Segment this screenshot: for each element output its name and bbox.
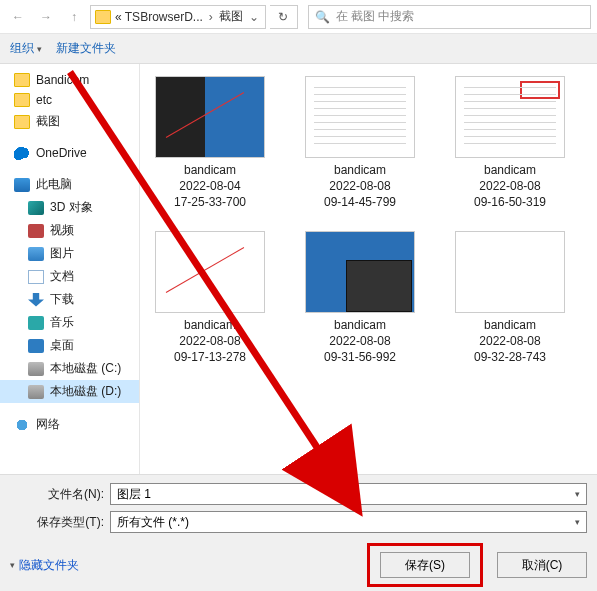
nav-forward-button: → [34,5,58,29]
sidebar-item-label: 3D 对象 [50,199,93,216]
filename-label: 文件名(N): [10,486,104,503]
sidebar: Bandicametc截图 OneDrive 此电脑 3D 对象视频图片文档下载… [0,64,140,474]
dl-icon [28,293,44,307]
sidebar-item-label: 此电脑 [36,176,72,193]
filetype-label: 保存类型(T): [10,514,104,531]
obj3d-icon [28,201,44,215]
thumbnail [155,76,265,158]
folder-icon [14,115,30,129]
sidebar-item[interactable]: 下载 [0,288,139,311]
file-name: bandicam2022-08-0809-32-28-743 [474,317,546,366]
filename-value: 图层 1 [117,486,151,503]
address-bar: ← → ↑ « TSBrowserD... › 截图 ⌄ ↻ 🔍 在 截图 中搜… [0,0,597,34]
sidebar-item-label: 视频 [50,222,74,239]
save-button-highlight: 保存(S) [367,543,483,587]
new-folder-button[interactable]: 新建文件夹 [56,40,116,57]
file-item[interactable]: bandicam2022-08-0809-31-56-992 [300,231,420,366]
sidebar-item-label: etc [36,93,52,107]
thumbnail [305,76,415,158]
disk-icon [28,362,44,376]
chevron-down-icon[interactable]: ▾ [575,489,580,499]
filetype-value: 所有文件 (*.*) [117,514,189,531]
sidebar-item-label: 文档 [50,268,74,285]
sidebar-item[interactable]: 音乐 [0,311,139,334]
file-name: bandicam2022-08-0809-17-13-278 [174,317,246,366]
sidebar-item-label: OneDrive [36,146,87,160]
sidebar-item-label: 网络 [36,416,60,433]
thumbnail [155,231,265,313]
sidebar-item[interactable]: Bandicam [0,70,139,90]
thumbnail [455,76,565,158]
video-icon [28,224,44,238]
file-name: bandicam2022-08-0809-31-56-992 [324,317,396,366]
sidebar-item-label: 本地磁盘 (D:) [50,383,121,400]
sidebar-item-label: 桌面 [50,337,74,354]
file-item[interactable]: bandicam2022-08-0809-17-13-278 [150,231,270,366]
nav-back-button[interactable]: ← [6,5,30,29]
refresh-button[interactable]: ↻ [270,5,298,29]
thumbnail [455,231,565,313]
sidebar-item-label: 截图 [36,113,60,130]
breadcrumb-part[interactable]: 截图 [219,8,243,25]
sidebar-item-label: 本地磁盘 (C:) [50,360,121,377]
chevron-down-icon[interactable]: ▾ [575,517,580,527]
cancel-button[interactable]: 取消(C) [497,552,587,578]
toolbar: 组织 新建文件夹 [0,34,597,64]
breadcrumb[interactable]: « TSBrowserD... › 截图 ⌄ [90,5,266,29]
disk-icon [28,385,44,399]
sidebar-item-label: 下载 [50,291,74,308]
file-item[interactable]: bandicam2022-08-0809-14-45-799 [300,76,420,211]
docs-icon [28,270,44,284]
onedrive-icon [14,146,30,160]
music-icon [28,316,44,330]
pc-icon [14,178,30,192]
desk-icon [28,339,44,353]
sidebar-item[interactable]: 3D 对象 [0,196,139,219]
search-input[interactable]: 🔍 在 截图 中搜索 [308,5,591,29]
search-icon: 🔍 [315,10,330,24]
folder-icon [14,93,30,107]
sidebar-item[interactable]: 截图 [0,110,139,133]
sidebar-item[interactable]: 文档 [0,265,139,288]
chevron-right-icon[interactable]: › [207,10,215,24]
main-area: Bandicametc截图 OneDrive 此电脑 3D 对象视频图片文档下载… [0,64,597,474]
filename-input[interactable]: 图层 1 ▾ [110,483,587,505]
sidebar-item-this-pc[interactable]: 此电脑 [0,173,139,196]
bottom-panel: 文件名(N): 图层 1 ▾ 保存类型(T): 所有文件 (*.*) ▾ 隐藏文… [0,474,597,591]
sidebar-item-network[interactable]: 网络 [0,413,139,436]
network-icon [14,418,30,432]
thumbnail [305,231,415,313]
file-name: bandicam2022-08-0809-14-45-799 [324,162,396,211]
search-placeholder: 在 截图 中搜索 [336,8,415,25]
hide-folders-toggle[interactable]: 隐藏文件夹 [10,557,79,574]
breadcrumb-part[interactable]: « TSBrowserD... [115,10,203,24]
file-grid[interactable]: bandicam2022-08-0417-25-33-700bandicam20… [140,64,597,474]
sidebar-item[interactable]: 本地磁盘 (C:) [0,357,139,380]
file-item[interactable]: bandicam2022-08-0417-25-33-700 [150,76,270,211]
sidebar-item-onedrive[interactable]: OneDrive [0,143,139,163]
save-button[interactable]: 保存(S) [380,552,470,578]
pics-icon [28,247,44,261]
organize-menu[interactable]: 组织 [10,40,42,57]
sidebar-item[interactable]: 图片 [0,242,139,265]
file-name: bandicam2022-08-0809-16-50-319 [474,162,546,211]
filetype-select[interactable]: 所有文件 (*.*) ▾ [110,511,587,533]
sidebar-item[interactable]: etc [0,90,139,110]
file-item[interactable]: bandicam2022-08-0809-32-28-743 [450,231,570,366]
hide-folders-label: 隐藏文件夹 [19,557,79,574]
sidebar-item[interactable]: 视频 [0,219,139,242]
file-item[interactable]: bandicam2022-08-0809-16-50-319 [450,76,570,211]
sidebar-item-label: Bandicam [36,73,89,87]
sidebar-item-label: 音乐 [50,314,74,331]
folder-icon [14,73,30,87]
chevron-down-icon[interactable]: ⌄ [247,10,261,24]
sidebar-item[interactable]: 本地磁盘 (D:) [0,380,139,403]
nav-up-button[interactable]: ↑ [62,5,86,29]
folder-icon [95,10,111,24]
sidebar-item-label: 图片 [50,245,74,262]
file-name: bandicam2022-08-0417-25-33-700 [174,162,246,211]
sidebar-item[interactable]: 桌面 [0,334,139,357]
